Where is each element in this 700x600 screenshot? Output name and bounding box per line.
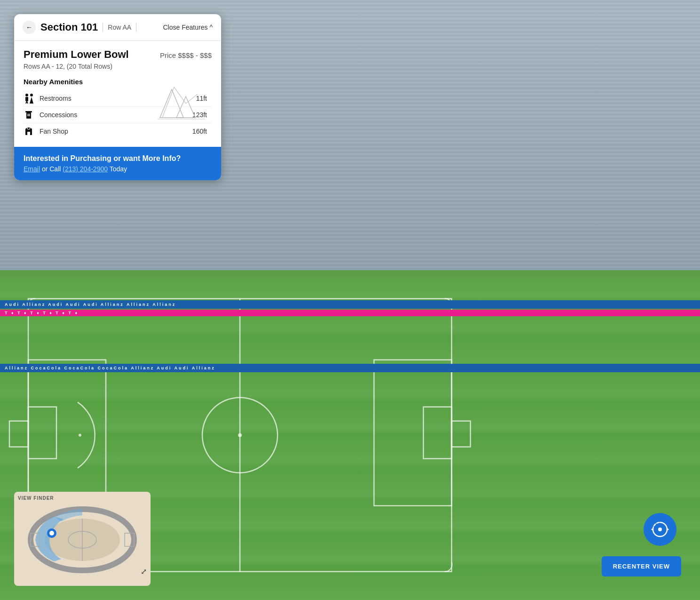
fanshop-distance: 160ft [192,128,207,135]
svg-marker-35 [651,528,653,531]
close-features-label: Close Features [163,24,207,31]
stadium-map: ⤢ [18,503,147,576]
section-type-row: Premium Lower Bowl Price $$$$ - $$$ [24,48,212,63]
ad-top-text: Audi Allianz Audi Audi Audi Allianz Alli… [0,302,181,307]
orbit-button[interactable] [644,513,676,546]
svg-marker-19 [30,97,33,104]
svg-rect-24 [27,132,30,135]
cta-text: Email or Call (213) 204-2900 Today [24,165,212,173]
rows-info: Rows AA - 12, (20 Total Rows) [24,63,212,70]
expand-icon[interactable]: ⤢ [141,567,147,576]
ad-bottom-text: Allianz CocaCola CocaCola CocaCola Allia… [0,366,220,370]
orbit-icon [650,520,670,539]
svg-rect-22 [27,114,30,115]
ad-board-top-pink: T ♦ T ♦ T ♦ T ♦ T ♦ T ♦ [0,310,700,316]
cta-section: Interested in Purchasing or want More In… [14,147,221,180]
back-arrow-icon: ← [26,24,32,31]
cta-suffix: Today [110,165,127,173]
back-button[interactable]: ← [23,21,36,34]
chevron-up-icon: ^ [209,24,213,31]
svg-rect-23 [27,115,30,116]
close-features-button[interactable]: Close Features ^ [163,24,213,31]
stadium-map-svg [26,505,139,575]
section-type: Premium Lower Bowl [24,48,129,61]
svg-rect-6 [9,421,28,447]
ad-board-bottom: Allianz CocaCola CocaCola CocaCola Allia… [0,364,700,372]
recenter-button[interactable]: RECENTER VIEW [602,556,681,576]
concessions-icon [24,110,37,120]
section-chart [155,78,207,125]
fanshop-icon [24,126,37,136]
svg-point-33 [658,528,662,531]
svg-rect-9 [423,407,452,458]
panel-body: Premium Lower Bowl Price $$$$ - $$$ Rows… [14,41,221,147]
svg-marker-34 [667,528,669,531]
phone-link[interactable]: (213) 204-2900 [63,165,108,173]
row-label: Row AA [108,24,131,31]
svg-rect-15 [25,97,28,101]
view-finder-label: VIEW FINDER [18,496,147,501]
fanshop-label: Fan Shop [40,128,192,135]
cta-prefix: or Call [42,165,63,173]
amenities-section: Nearby Amenities [24,78,212,139]
svg-rect-20 [25,111,32,112]
header-divider-2 [136,23,136,32]
ad-top-pink-text: T ♦ T ♦ T ♦ T ♦ T ♦ T ♦ [0,311,83,315]
svg-point-7 [79,433,81,436]
restroom-icon [24,93,37,104]
amenity-row-fanshop: Fan Shop 160ft [24,123,212,139]
svg-rect-8 [374,360,452,505]
svg-rect-5 [28,407,56,458]
info-panel: ← Section 101 Row AA Close Features ^ Pr… [14,14,221,180]
svg-rect-10 [452,421,470,447]
email-link[interactable]: Email [24,165,40,173]
price-range: Price $$$$ - $$$ [160,51,212,59]
svg-point-14 [25,94,28,96]
ad-board-top: Audi Allianz Audi Audi Audi Allianz Alli… [0,300,700,309]
svg-point-3 [238,433,242,437]
panel-header: ← Section 101 Row AA Close Features ^ [14,14,221,41]
header-divider [103,23,103,32]
svg-rect-4 [28,360,106,505]
svg-point-18 [30,94,33,96]
svg-point-28 [49,531,54,536]
svg-line-17 [27,101,28,104]
chart-container [155,78,207,125]
cta-title: Interested in Purchasing or want More In… [24,154,212,163]
section-title: Section 101 [40,21,98,33]
view-finder: VIEW FINDER ⤢ [14,492,151,586]
